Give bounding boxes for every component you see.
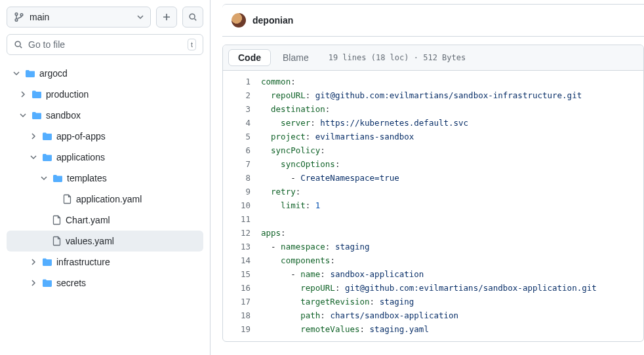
tree-item-label: production (46, 89, 89, 100)
folder-icon (52, 174, 63, 183)
line-number[interactable]: 13 (223, 240, 251, 253)
file-item-application-yaml[interactable]: application.yaml (7, 189, 203, 210)
tree-item-label: application.yaml (76, 194, 142, 204)
folder-icon (42, 257, 52, 267)
git-branch-icon (14, 12, 24, 22)
code-line: - name: sandbox-application (261, 267, 597, 281)
svg-point-2 (20, 14, 23, 16)
code-line: - namespace: staging (261, 240, 597, 253)
line-number[interactable]: 1 (223, 75, 251, 88)
main-panel: deponian Code Blame 19 lines (18 loc) · … (210, 0, 644, 355)
line-number[interactable]: 2 (223, 88, 251, 102)
chevron-down-icon (29, 154, 38, 160)
plus-icon (162, 12, 171, 22)
folder-item-sandbox[interactable]: sandbox (7, 105, 203, 126)
avatar[interactable] (231, 13, 246, 28)
line-number[interactable]: 18 (223, 308, 251, 322)
code-lines[interactable]: common: repoURL: git@github.com:evilmart… (261, 71, 597, 341)
tree-item-label: values.yaml (66, 236, 114, 246)
line-number[interactable]: 17 (223, 295, 251, 308)
code-tabs: Code Blame 19 lines (18 loc) · 512 Bytes (223, 45, 643, 71)
add-button[interactable] (156, 7, 177, 28)
folder-item-secrets[interactable]: secrets (7, 272, 203, 293)
code-line: - CreateNamespace=true (261, 171, 597, 185)
search-button[interactable] (182, 7, 203, 28)
line-number[interactable]: 19 (223, 322, 251, 336)
line-number[interactable]: 15 (223, 267, 251, 281)
folder-icon (42, 278, 52, 288)
tab-blame[interactable]: Blame (273, 50, 318, 65)
code-line: syncOptions: (261, 157, 597, 171)
line-number[interactable]: 11 (223, 212, 251, 226)
chevron-right-icon (18, 91, 28, 98)
folder-item-app-of-apps[interactable]: app-of-apps (7, 126, 203, 147)
code-line: retry: (261, 185, 597, 198)
svg-point-1 (15, 19, 18, 22)
line-number[interactable]: 3 (223, 102, 251, 116)
file-icon (63, 194, 72, 204)
folder-icon (42, 132, 52, 141)
line-number[interactable]: 9 (223, 185, 251, 198)
folder-icon (25, 69, 35, 78)
code-line: server: https://kubernetes.default.svc (261, 116, 597, 130)
chevron-down-icon (39, 175, 49, 181)
line-number[interactable]: 12 (223, 226, 251, 240)
go-to-file-shortcut: t (188, 39, 196, 50)
line-number-gutter: 12345678910111213141516171819 (223, 71, 261, 341)
search-icon (188, 12, 197, 22)
tree-item-label: templates (67, 173, 107, 183)
file-icon (52, 215, 62, 225)
chevron-down-icon (12, 70, 21, 77)
folder-icon (42, 153, 52, 162)
file-tree: argocd production sandbox app-of-apps ap… (7, 63, 203, 293)
code-line: destination: (261, 102, 597, 116)
code-line: limit: 1 (261, 198, 597, 212)
folder-item-production[interactable]: production (7, 84, 203, 105)
line-number[interactable]: 14 (223, 253, 251, 267)
tree-item-label: secrets (56, 278, 86, 288)
folder-item-applications[interactable]: applications (7, 147, 203, 168)
chevron-right-icon (29, 259, 38, 265)
file-icon (52, 236, 62, 246)
folder-item-infrastructure[interactable]: infrastructure (7, 252, 203, 272)
branch-select[interactable]: main (7, 7, 151, 28)
author-name[interactable]: deponian (252, 15, 293, 26)
code-line (261, 212, 597, 226)
chevron-down-icon (18, 112, 28, 119)
tree-item-label: infrastructure (56, 257, 110, 267)
code-line: syncPolicy: (261, 143, 597, 157)
line-number[interactable]: 8 (223, 171, 251, 185)
file-sidebar: main Go to file t argocd production sand… (0, 0, 210, 355)
code-line: repoURL: git@github.com:evilmartians/san… (261, 88, 597, 102)
branch-name: main (30, 12, 49, 22)
tree-item-label: applications (56, 152, 105, 162)
folder-item-argocd[interactable]: argocd (7, 63, 203, 84)
line-number[interactable]: 16 (223, 281, 251, 295)
folder-item-templates[interactable]: templates (7, 168, 203, 189)
go-to-file-placeholder: Go to file (28, 39, 65, 50)
svg-point-4 (15, 41, 20, 47)
line-number[interactable]: 6 (223, 143, 251, 157)
chevron-right-icon (29, 280, 38, 286)
tree-item-label: app-of-apps (56, 131, 106, 141)
code-line: components: (261, 253, 597, 267)
search-icon (14, 40, 23, 49)
file-item-values-yaml[interactable]: values.yaml (7, 231, 203, 252)
go-to-file-input[interactable]: Go to file t (7, 34, 203, 55)
line-number[interactable]: 5 (223, 130, 251, 143)
tab-code[interactable]: Code (228, 49, 271, 66)
code-panel: Code Blame 19 lines (18 loc) · 512 Bytes… (222, 45, 644, 342)
code-line: project: evilmartians-sandbox (261, 130, 597, 143)
author-bar: deponian (222, 4, 644, 37)
tree-item-label: sandbox (46, 110, 81, 121)
svg-point-3 (190, 14, 195, 19)
tree-item-label: argocd (39, 68, 68, 79)
file-meta: 19 lines (18 loc) · 512 Bytes (329, 53, 466, 62)
folder-icon (31, 111, 42, 120)
line-number[interactable]: 7 (223, 157, 251, 171)
line-number[interactable]: 4 (223, 116, 251, 130)
line-number[interactable]: 10 (223, 198, 251, 212)
file-item-chart-yaml[interactable]: Chart.yaml (7, 210, 203, 231)
chevron-right-icon (29, 133, 38, 140)
svg-point-0 (15, 13, 18, 16)
